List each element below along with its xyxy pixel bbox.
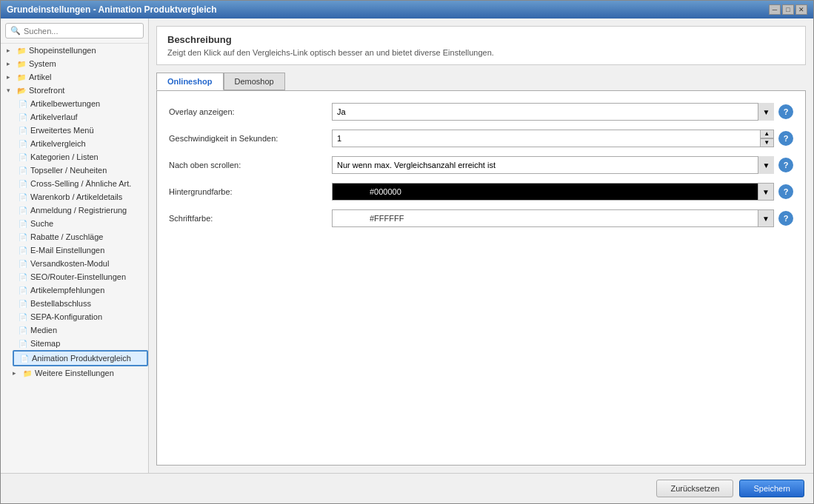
file-icon: 📄 [19, 340, 27, 348]
sidebar-item-email[interactable]: 📄 E-Mail Einstellungen [13, 243, 148, 257]
sidebar-item-anmeldung[interactable]: 📄 Anmeldung / Registrierung [13, 204, 148, 217]
sidebar-item-label: Artikelbewertungen [30, 99, 100, 108]
geschwindigkeit-input[interactable]: 1 [332, 130, 760, 147]
schriftfarbe-help-button[interactable]: ? [778, 211, 793, 226]
sidebar-item-rabatte[interactable]: 📄 Rabatte / Zuschläge [13, 230, 148, 243]
sidebar-item-storefront[interactable]: ▾ 📂 Storefront [1, 84, 148, 97]
folder-open-icon: 📂 [17, 87, 26, 95]
form-row-scrollen: Nach oben scrollen: Nur wenn max. Vergle… [169, 156, 793, 174]
file-icon: 📄 [19, 140, 27, 148]
overlay-select[interactable]: Ja Nein [332, 103, 774, 121]
overlay-help-button[interactable]: ? [778, 104, 793, 119]
file-icon: 📄 [19, 100, 27, 108]
sidebar-item-artikelbewertungen[interactable]: 📄 Artikelbewertungen [13, 97, 148, 110]
expand-icon: ▸ [7, 47, 14, 54]
tab-demoshop[interactable]: Demoshop [224, 73, 285, 90]
sidebar-item-artikel[interactable]: ▸ 📁 Artikel [1, 70, 148, 84]
restore-button[interactable]: □ [782, 4, 794, 15]
file-icon: 📄 [19, 246, 27, 255]
sidebar: 🔍 ▸ 📁 Shopeinstellungen ▸ 📁 System ▸ 📁 A… [1, 19, 149, 473]
schriftfarbe-color-preview [332, 209, 364, 227]
overlay-select-wrapper: Ja Nein ▼ [332, 103, 774, 121]
sidebar-item-label: Artikelempfehlungen [30, 286, 104, 295]
search-input[interactable] [24, 27, 139, 36]
sidebar-item-sepa[interactable]: 📄 SEPA-Konfiguration [13, 310, 148, 323]
schriftfarbe-input[interactable]: #FFFFFF [332, 209, 774, 227]
file-icon: 📄 [20, 355, 29, 363]
save-button[interactable]: Speichern [739, 480, 804, 497]
sidebar-item-label: Sitemap [30, 339, 60, 348]
geschwindigkeit-label: Geschwindigkeit in Sekunden: [169, 134, 332, 143]
sidebar-item-medien[interactable]: 📄 Medien [13, 323, 148, 337]
sidebar-item-artikelverlauf[interactable]: 📄 Artikelverlauf [13, 110, 148, 124]
sidebar-item-label: SEPA-Konfiguration [30, 312, 102, 321]
geschwindigkeit-down-button[interactable]: ▼ [760, 138, 774, 147]
sidebar-item-animation-produktvergleich[interactable]: 📄 Animation Produktvergleich [13, 350, 148, 366]
minimize-button[interactable]: ─ [769, 4, 781, 15]
schriftfarbe-dropdown-arrow[interactable]: ▼ [758, 209, 774, 227]
geschwindigkeit-spinner-wrapper: 1 ▲ ▼ [332, 130, 774, 147]
sidebar-item-artikelvergleich[interactable]: 📄 Artikelvergleich [13, 137, 148, 150]
reset-button[interactable]: Zurücksetzen [656, 480, 733, 497]
file-icon: 📄 [19, 273, 27, 281]
form-area: Overlay anzeigen: Ja Nein ▼ ? [156, 90, 806, 466]
search-box: 🔍 [1, 19, 148, 44]
scrollen-select-wrapper: Nur wenn max. Vergleichsanzahl erreicht … [332, 156, 774, 174]
form-row-hintergrundfarbe: Hintergrundfarbe: #000000 ▼ ? [169, 183, 793, 201]
scrollen-control-wrapper: Nur wenn max. Vergleichsanzahl erreicht … [332, 156, 793, 174]
sidebar-item-cross-selling[interactable]: 📄 Cross-Selling / Ähnliche Art. [13, 177, 148, 190]
sidebar-item-bestellabschluss[interactable]: 📄 Bestellabschluss [13, 297, 148, 310]
sidebar-item-warenkorb[interactable]: 📄 Warenkorb / Artikeldetails [13, 190, 148, 204]
sidebar-item-shopeinstellungen[interactable]: ▸ 📁 Shopeinstellungen [1, 44, 148, 57]
file-icon: 📄 [19, 180, 27, 188]
sidebar-item-label: Medien [30, 326, 57, 335]
sidebar-item-erweitertes-menu[interactable]: 📄 Erweitertes Menü [13, 124, 148, 137]
close-button[interactable]: ✕ [795, 4, 807, 15]
scrollen-select[interactable]: Nur wenn max. Vergleichsanzahl erreicht … [332, 156, 774, 174]
storefront-children: 📄 Artikelbewertungen 📄 Artikelverlauf 📄 … [1, 97, 148, 366]
folder-icon: 📁 [23, 369, 32, 377]
sidebar-item-seo[interactable]: 📄 SEO/Router-Einstellungen [13, 270, 148, 283]
schriftfarbe-control-wrapper: #FFFFFF ▼ ? [332, 209, 793, 227]
geschwindigkeit-up-button[interactable]: ▲ [760, 130, 774, 138]
file-icon: 📄 [19, 220, 27, 228]
sidebar-item-label: System [29, 59, 56, 68]
sidebar-item-label: Versandkosten-Modul [30, 259, 109, 268]
file-icon: 📄 [19, 193, 27, 201]
sidebar-item-label: Rabatte / Zuschläge [30, 232, 103, 241]
description-box: Beschreibung Zeigt den Klick auf den Ver… [156, 26, 806, 65]
hintergrundfarbe-color-wrapper: #000000 ▼ [332, 183, 774, 201]
expand-icon: ▸ [13, 369, 20, 377]
sidebar-item-system[interactable]: ▸ 📁 System [1, 57, 148, 70]
main-content: 🔍 ▸ 📁 Shopeinstellungen ▸ 📁 System ▸ 📁 A… [1, 19, 813, 473]
file-icon: 📄 [19, 206, 27, 215]
schriftfarbe-color-wrapper: #FFFFFF ▼ [332, 209, 774, 227]
geschwindigkeit-control-wrapper: 1 ▲ ▼ ? [332, 130, 793, 147]
sidebar-item-versandkosten[interactable]: 📄 Versandkosten-Modul [13, 257, 148, 270]
hintergrundfarbe-label: Hintergrundfarbe: [169, 187, 332, 196]
sidebar-item-label: Anmeldung / Registrierung [30, 206, 127, 215]
folder-icon: 📁 [17, 73, 26, 81]
sidebar-item-label: Cross-Selling / Ähnliche Art. [30, 179, 131, 188]
sidebar-item-kategorien[interactable]: 📄 Kategorien / Listen [13, 150, 148, 164]
hintergrundfarbe-input[interactable]: #000000 [332, 183, 774, 201]
sidebar-item-label: Artikelvergleich [30, 139, 86, 148]
sidebar-item-sitemap[interactable]: 📄 Sitemap [13, 337, 148, 350]
file-icon: 📄 [19, 113, 27, 121]
sidebar-item-label: E-Mail Einstellungen [30, 246, 104, 255]
sidebar-item-label: Bestellabschluss [30, 299, 91, 308]
hintergrundfarbe-dropdown-arrow[interactable]: ▼ [758, 183, 774, 201]
geschwindigkeit-help-button[interactable]: ? [778, 131, 793, 146]
folder-icon: 📁 [17, 60, 26, 68]
tab-onlineshop[interactable]: Onlineshop [156, 73, 224, 90]
sidebar-item-suche[interactable]: 📄 Suche [13, 217, 148, 230]
sidebar-item-artikelempfehlungen[interactable]: 📄 Artikelempfehlungen [13, 283, 148, 297]
sidebar-item-label: Kategorien / Listen [30, 152, 99, 161]
file-icon: 📄 [19, 127, 27, 135]
content-panel: Beschreibung Zeigt den Klick auf den Ver… [149, 19, 813, 473]
sidebar-item-topseller[interactable]: 📄 Topseller / Neuheiten [13, 164, 148, 177]
hintergrundfarbe-help-button[interactable]: ? [778, 184, 793, 199]
scrollen-help-button[interactable]: ? [778, 158, 793, 172]
sidebar-item-weitere-einstellungen[interactable]: ▸ 📁 Weitere Einstellungen [1, 366, 148, 380]
description-text: Zeigt den Klick auf den Vergleichs-Link … [167, 48, 795, 57]
